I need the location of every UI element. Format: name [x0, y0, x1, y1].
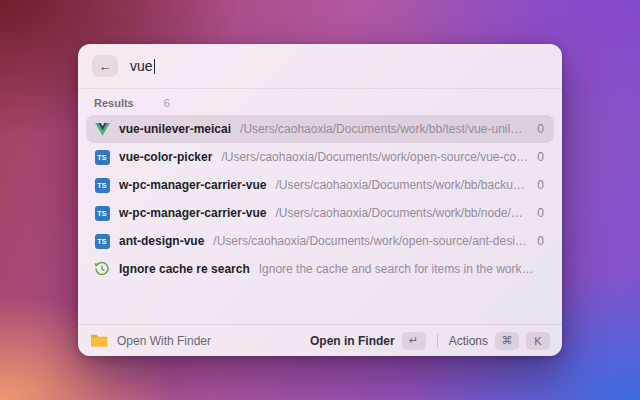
result-accessory-count: 0: [537, 150, 546, 164]
k-key-badge: K: [526, 332, 550, 350]
folder-icon: [90, 334, 108, 348]
result-title: vue-color-picker: [119, 150, 212, 164]
results-label: Results: [94, 97, 134, 109]
result-title: w-pc-manager-carrier-vue: [119, 206, 266, 220]
text-caret: [154, 59, 156, 74]
actions-button[interactable]: Actions: [449, 334, 488, 348]
result-accessory-count: 0: [537, 122, 546, 136]
list-item[interactable]: TS vue-color-picker /Users/caohaoxia/Doc…: [86, 143, 554, 171]
result-title: vue-unilever-meicai: [119, 122, 231, 136]
list-item[interactable]: vue-unilever-meicai /Users/caohaoxia/Doc…: [86, 115, 554, 143]
open-in-finder-button[interactable]: Open in Finder: [310, 334, 395, 348]
typescript-icon: TS: [95, 178, 110, 193]
back-button[interactable]: ←: [92, 55, 118, 77]
back-arrow-icon: ←: [99, 59, 112, 74]
result-accessory-count: 0: [537, 178, 546, 192]
list-item[interactable]: TS w-pc-manager-carrier-vue /Users/caoha…: [86, 171, 554, 199]
search-bar: ← vue: [78, 44, 562, 88]
result-path: Ignore the cache and search for items in…: [259, 262, 535, 276]
enter-key-badge: ↵: [402, 332, 426, 350]
result-path: /Users/caohaoxia/Documents/work/bb/node/…: [275, 206, 528, 220]
result-path: /Users/caohaoxia/Documents/work/bb/backu…: [275, 178, 528, 192]
command-key-badge: ⌘: [495, 332, 519, 350]
result-accessory-count: 0: [537, 234, 546, 248]
history-clock-icon: [94, 261, 110, 277]
result-path: /Users/caohaoxia/Documents/work/open-sou…: [213, 234, 528, 248]
result-title: Ignore cache re search: [119, 262, 250, 276]
list-item[interactable]: TS w-pc-manager-carrier-vue /Users/caoha…: [86, 199, 554, 227]
typescript-icon: TS: [95, 234, 110, 249]
result-title: ant-design-vue: [119, 234, 204, 248]
search-query-text: vue: [130, 58, 153, 74]
results-count: 6: [164, 97, 170, 109]
result-title: w-pc-manager-carrier-vue: [119, 178, 266, 192]
launcher-window: ← vue Results 6 vue-unilever-meicai /Use…: [78, 44, 562, 356]
results-header: Results 6: [78, 89, 562, 113]
vue-logo-icon: [95, 123, 110, 136]
footer-bar: Open With Finder Open in Finder ↵ Action…: [78, 324, 562, 356]
typescript-icon: TS: [95, 206, 110, 221]
list-item[interactable]: Ignore cache re search Ignore the cache …: [86, 255, 554, 283]
list-item[interactable]: TS ant-design-vue /Users/caohaoxia/Docum…: [86, 227, 554, 255]
footer-left-label: Open With Finder: [117, 334, 211, 348]
result-path: /Users/caohaoxia/Documents/work/open-sou…: [221, 150, 528, 164]
result-path: /Users/caohaoxia/Documents/work/bb/test/…: [240, 122, 528, 136]
result-accessory-count: 0: [537, 206, 546, 220]
footer-selected-action: Open With Finder: [90, 334, 302, 348]
search-input[interactable]: vue: [130, 58, 155, 74]
footer-divider: [437, 334, 438, 348]
typescript-icon: TS: [95, 150, 110, 165]
footer-actions: Open in Finder ↵ Actions ⌘ K: [310, 332, 550, 350]
results-list: vue-unilever-meicai /Users/caohaoxia/Doc…: [78, 113, 562, 283]
